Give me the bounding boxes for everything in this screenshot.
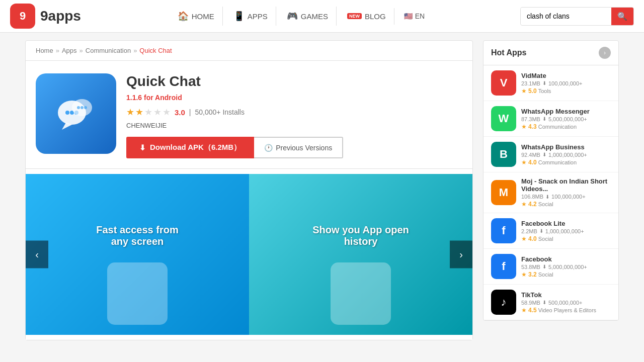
hot-app-name: WhatsApp Messenger <box>521 108 611 115</box>
hot-app-installs: 100,000,000+ <box>551 194 586 200</box>
hot-app-item[interactable]: ♪ TikTok 58.9MB ⬇ 500,000,000+ ★ 4.5 Vid… <box>484 285 618 320</box>
hot-app-rating: 4.0 <box>528 159 537 166</box>
nav: 🏠 HOME 📱 APPS 🎮 GAMES NEW BLOG 🇺🇸 EN <box>170 7 432 26</box>
button-row: ⬇ Download APK（6.2MB） 🕐 Previous Version… <box>126 137 462 158</box>
hot-app-item[interactable]: V VidMate 23.1MB ⬇ 100,000,000+ ★ 5.0 To… <box>484 65 618 101</box>
hot-app-rating-row: ★ 4.0 Communication <box>521 159 611 166</box>
previous-versions-button[interactable]: 🕐 Previous Versions <box>254 137 343 158</box>
nav-home[interactable]: 🏠 HOME <box>170 7 223 26</box>
hot-app-item[interactable]: W WhatsApp Messenger 87.3MB ⬇ 5,000,000,… <box>484 101 618 137</box>
hot-app-category: Social <box>538 272 553 278</box>
hot-app-installs: 1,000,000,000+ <box>545 228 584 234</box>
hot-app-star-icon: ★ <box>521 87 527 95</box>
hot-app-size: 106.8MB <box>521 194 543 200</box>
hot-app-item[interactable]: f Facebook Lite 2.2MB ⬇ 1,000,000,000+ ★… <box>484 213 618 249</box>
home-icon: 🏠 <box>178 11 189 22</box>
rating-number: 3.0 <box>175 108 185 117</box>
hot-app-installs: 100,000,000+ <box>548 80 583 86</box>
breadcrumb-apps[interactable]: Apps <box>62 47 77 54</box>
nav-games[interactable]: 🎮 GAMES <box>279 7 337 26</box>
hot-app-rating-row: ★ 4.3 Communication <box>521 123 611 130</box>
hot-app-category: Social <box>538 201 553 207</box>
nav-apps-label: APPS <box>248 12 268 21</box>
hot-app-name: Facebook <box>521 255 611 263</box>
breadcrumb-home[interactable]: Home <box>36 47 53 54</box>
hot-app-category: Video Players & Editors <box>538 307 596 313</box>
download-button[interactable]: ⬇ Download APK（6.2MB） <box>126 137 254 158</box>
logo[interactable]: 9 9apps <box>10 4 81 29</box>
screenshot-prev-button[interactable]: ‹ <box>26 241 48 268</box>
download-arrow-icon: ⬇ <box>545 194 549 200</box>
hot-apps-list: V VidMate 23.1MB ⬇ 100,000,000+ ★ 5.0 To… <box>484 65 618 320</box>
hot-app-details: Moj - Snack on Indian Short Videos... 10… <box>521 177 611 208</box>
app-info: Quick Chat 1.1.6 for Android ★ ★ ★ ★ ★ 3… <box>126 73 462 158</box>
svg-point-2 <box>65 111 69 115</box>
svg-point-8 <box>84 106 87 109</box>
star-4: ★ <box>153 107 162 118</box>
hot-app-star-icon: ★ <box>521 201 527 208</box>
hot-app-item[interactable]: M Moj - Snack on Indian Short Videos... … <box>484 172 618 213</box>
hot-app-category: Social <box>538 236 553 242</box>
app-icon-svg <box>51 88 101 139</box>
star-5: ★ <box>163 107 171 118</box>
clock-icon: 🕐 <box>264 144 273 152</box>
hot-app-rating: 4.3 <box>528 123 537 130</box>
download-label: Download APK（6.2MB） <box>150 143 241 152</box>
content-area: Home » Apps » Communication » Quick Chat <box>25 40 473 340</box>
apps-icon: 📱 <box>233 11 245 22</box>
screenshot-1: Fast access fromany screen <box>26 174 249 335</box>
nav-blog[interactable]: NEW BLOG <box>339 8 394 25</box>
prev-versions-label: Previous Versions <box>276 144 332 152</box>
screenshot-next-button[interactable]: › <box>450 241 472 268</box>
hot-app-icon: f <box>491 218 516 243</box>
hot-app-item[interactable]: B WhatsApp Business 92.4MB ⬇ 1,000,000,0… <box>484 137 618 172</box>
breadcrumb-current: Quick Chat <box>139 47 172 54</box>
main-container: Home » Apps » Communication » Quick Chat <box>0 33 644 348</box>
header: 9 9apps 🏠 HOME 📱 APPS 🎮 GAMES NEW BLOG 🇺… <box>0 0 644 33</box>
download-arrow-icon: ⬇ <box>542 116 546 122</box>
sidebar: Hot Apps › V VidMate 23.1MB ⬇ 100,000,00… <box>483 40 619 340</box>
breadcrumb-category[interactable]: Communication <box>86 47 131 54</box>
breadcrumb: Home » Apps » Communication » Quick Chat <box>26 41 472 61</box>
star-3: ★ <box>144 107 152 118</box>
hot-app-details: Facebook 53.8MB ⬇ 5,000,000,000+ ★ 3.2 S… <box>521 255 611 278</box>
hot-app-star-icon: ★ <box>521 123 527 130</box>
hot-app-rating: 4.5 <box>528 307 537 314</box>
breadcrumb-sep3: » <box>133 47 137 54</box>
hot-app-name: Moj - Snack on Indian Short Videos... <box>521 177 611 193</box>
nav-home-label: HOME <box>192 12 214 21</box>
hot-app-icon: f <box>491 254 516 279</box>
hot-app-size: 23.1MB <box>521 80 540 86</box>
hot-app-rating: 4.2 <box>528 201 537 208</box>
hot-app-item[interactable]: f Facebook 53.8MB ⬇ 5,000,000,000+ ★ 3.2… <box>484 249 618 285</box>
app-icon <box>36 73 116 154</box>
screenshot-2-text: Show you App openhistory <box>302 214 419 257</box>
download-arrow-icon: ⬇ <box>542 152 546 157</box>
hot-app-meta: 87.3MB ⬇ 5,000,000,000+ <box>521 116 611 122</box>
nav-apps[interactable]: 📱 APPS <box>225 7 276 26</box>
stars: ★ ★ ★ ★ ★ <box>126 107 171 118</box>
hot-app-rating: 4.0 <box>528 235 537 242</box>
hot-app-rating: 5.0 <box>528 87 537 95</box>
hot-app-details: WhatsApp Messenger 87.3MB ⬇ 5,000,000,00… <box>521 108 611 130</box>
app-title: Quick Chat <box>126 73 462 89</box>
hot-apps-header: Hot Apps › <box>484 41 618 65</box>
hot-app-details: WhatsApp Business 92.4MB ⬇ 1,000,000,000… <box>521 143 611 166</box>
screenshot-2: Show you App openhistory <box>249 174 472 335</box>
download-icon: ⬇ <box>139 143 146 152</box>
search-button[interactable]: 🔍 <box>611 8 633 25</box>
hot-apps-arrow[interactable]: › <box>599 47 611 59</box>
breadcrumb-sep2: » <box>79 47 83 54</box>
hot-app-size: 53.8MB <box>521 264 540 270</box>
hot-apps-title: Hot Apps <box>491 48 527 57</box>
hot-app-meta: 92.4MB ⬇ 1,000,000,000+ <box>521 152 611 158</box>
hot-app-icon: M <box>491 180 516 205</box>
phone-mockup-1 <box>107 262 168 325</box>
hot-app-icon: ♪ <box>491 290 516 315</box>
hot-app-name: VidMate <box>521 72 611 79</box>
language-button[interactable]: 🇺🇸 EN <box>397 8 432 24</box>
hot-app-installs: 500,000,000+ <box>548 300 583 306</box>
hot-app-rating-row: ★ 4.0 Social <box>521 235 611 242</box>
search-input[interactable] <box>521 8 611 24</box>
hot-app-installs: 5,000,000,000+ <box>548 116 587 122</box>
